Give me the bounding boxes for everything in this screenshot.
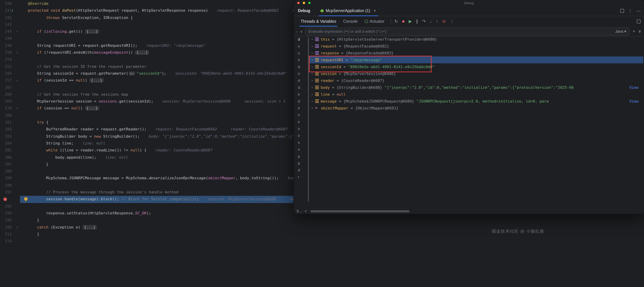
stack-frame[interactable]: ir [294, 132, 308, 139]
fold-marker-icon[interactable]: › [16, 224, 18, 231]
evaluate-expression-input[interactable]: Evaluate expression (↵) or add a watch (… [305, 27, 630, 35]
tab-console[interactable]: Console [340, 16, 361, 26]
stack-frame[interactable]: d [294, 84, 308, 91]
expand-chevron-icon[interactable]: › [296, 29, 298, 33]
variable-row-message[interactable]: ▸message = {McpSchema$JSONRPCRequest@668… [310, 98, 643, 105]
stack-frame[interactable]: s [294, 139, 308, 146]
variable-text: line = null [320, 92, 643, 96]
window-titlebar[interactable]: Debug [294, 0, 644, 5]
stack-frame[interactable]: ir [294, 111, 308, 118]
code-text: McpSchema.JSONRPCMessage message = McpSc… [27, 175, 294, 182]
variable-row-response[interactable]: ▸response = {ResponseFacade@6683} [310, 49, 643, 56]
stack-frame[interactable]: d [294, 167, 308, 173]
stack-frame[interactable]: s [294, 146, 308, 153]
code-text: // Get the session from the sessions map [27, 91, 294, 98]
inline-debugger-hint: body: "{"jsonrpc":"2.0","id":0,"method":… [288, 176, 294, 181]
stack-frame[interactable]: r [294, 173, 308, 180]
fold-marker-icon[interactable]: › [16, 105, 18, 112]
more-icon[interactable]: ⋮ [450, 19, 454, 23]
view-link[interactable]: View [629, 85, 638, 90]
expand-watches-icon[interactable]: ∨ [638, 29, 641, 33]
code-line: 290 [0, 182, 294, 189]
tab-threads-variables[interactable]: Threads & Variables [297, 16, 340, 26]
stack-frame[interactable]: p [294, 160, 308, 167]
variable-row-session[interactable]: ▸session = {McpServerSession@6686} [310, 70, 643, 77]
pause-icon[interactable]: ∥ [416, 19, 418, 23]
step-into-icon[interactable]: ↓ [430, 19, 432, 23]
chevron-right-icon[interactable]: ▸ [310, 106, 314, 110]
language-selector[interactable]: Java ▾ [615, 29, 626, 33]
step-out-icon[interactable]: ↑ [436, 19, 438, 23]
stack-frame[interactable]: ir [294, 70, 308, 77]
breakpoint-icon[interactable] [4, 198, 7, 201]
variable-row-objectmapper[interactable]: ▸∞objectMapper = {ObjectMapper@6691} [310, 105, 643, 111]
stop-icon[interactable]: ■ [402, 19, 405, 23]
variable-text: session = {McpServerSession@6686} [320, 71, 643, 76]
close-tab-icon[interactable]: × [374, 8, 376, 13]
stack-frame[interactable]: ir [294, 125, 308, 132]
editor-gutter: 294 [0, 210, 27, 217]
fold-marker-icon[interactable]: › [16, 77, 18, 84]
step-over-icon[interactable]: ↷ [422, 19, 426, 23]
stack-frame[interactable]: ir [294, 118, 308, 125]
view-link[interactable]: View [629, 99, 638, 103]
horizontal-scrollbar[interactable] [310, 210, 410, 212]
chevron-right-icon[interactable]: ▸ [310, 79, 314, 82]
more-options-icon[interactable]: ⋮ [628, 8, 632, 13]
variable-row-sessionid[interactable]: ▸sessionId = "89020e5e-a6d1-4901-8141-e9… [310, 63, 643, 70]
mute-breakpoints-icon[interactable]: ⊘ [442, 19, 446, 23]
tool-window-label[interactable]: Debug [298, 8, 310, 13]
fold-marker-icon[interactable]: › [16, 49, 18, 56]
hide-window-icon[interactable]: — [636, 8, 640, 13]
frames-bottom-tab[interactable]: S… × [296, 209, 307, 213]
fold-marker-icon[interactable]: › [16, 28, 18, 35]
stack-frame[interactable]: d [294, 63, 308, 70]
variable-local-icon [315, 86, 319, 89]
line-number: 255 [0, 63, 12, 70]
spring-boot-icon [320, 8, 324, 13]
variable-row-requesturi[interactable]: ▸requestURI = "/mcp/message" [310, 56, 643, 63]
variable-row-request[interactable]: ▸request = {RequestFacade@6682} [310, 43, 643, 49]
rerun-icon[interactable]: ↻ [394, 19, 398, 23]
stack-frame[interactable]: d [294, 36, 308, 43]
collapse-chevron-icon[interactable]: ∨ [300, 29, 303, 33]
chevron-right-icon[interactable]: ▸ [310, 58, 314, 62]
override-method-icon[interactable]: ↑ [11, 7, 14, 14]
editor-gutter: 289 [0, 175, 27, 182]
variable-row-line[interactable]: ▸line = null [310, 91, 643, 98]
stack-frame[interactable]: p [294, 153, 308, 160]
stack-frame[interactable]: ir [294, 91, 308, 98]
code-editor[interactable]: 240@Override241↑protected void doPost(Ht… [0, 0, 294, 287]
stack-frame[interactable]: d [294, 98, 308, 105]
editor-gutter: 243 [0, 21, 27, 28]
close-icon[interactable]: × [304, 209, 307, 213]
resume-icon[interactable]: ▶ [408, 19, 412, 23]
chevron-right-icon[interactable]: ▸ [310, 51, 314, 55]
variable-row-this[interactable]: ▸this = {HttpServletSseServerTransportPr… [310, 36, 643, 43]
line-number: 286 [0, 154, 12, 161]
code-line: 250› if (!requestURI.endsWith(messageEnd… [0, 49, 294, 56]
chevron-right-icon[interactable]: ▸ [310, 93, 314, 96]
tab-mcpserverapplication[interactable]: McpServerApplication (1) × [318, 5, 379, 16]
stack-frame[interactable]: ir [294, 105, 308, 111]
stack-frame[interactable]: d [294, 77, 308, 84]
stack-frame[interactable]: s [294, 43, 308, 49]
line-number: 254 [0, 56, 12, 63]
stack-frame[interactable]: ir [294, 56, 308, 63]
chevron-right-icon[interactable]: ▸ [310, 86, 314, 89]
tab-actuator[interactable]: Actuator [361, 16, 388, 26]
variable-text: request = {RequestFacade@6682} [320, 44, 643, 48]
add-watch-icon[interactable]: + [633, 29, 635, 33]
layout-icon[interactable] [637, 19, 640, 23]
frames-scrollbar[interactable] [308, 37, 309, 202]
chevron-right-icon[interactable]: ▸ [310, 44, 314, 48]
chevron-right-icon[interactable]: ▸ [310, 72, 314, 75]
variable-row-body[interactable]: ▸body = {StringBuilder@6688} "{"jsonrpc"… [310, 84, 643, 91]
chevron-right-icon[interactable]: ▸ [310, 99, 314, 103]
stack-frame[interactable]: s [294, 49, 308, 56]
layout-settings-icon[interactable] [620, 9, 624, 12]
code-text: BufferedReader reader = request.getReade… [27, 126, 294, 133]
chevron-right-icon[interactable]: ▸ [310, 37, 314, 41]
variable-row-reader[interactable]: ▸reader = {CoyoteReader@6687} [310, 77, 643, 84]
chevron-right-icon[interactable]: ▸ [310, 65, 314, 68]
